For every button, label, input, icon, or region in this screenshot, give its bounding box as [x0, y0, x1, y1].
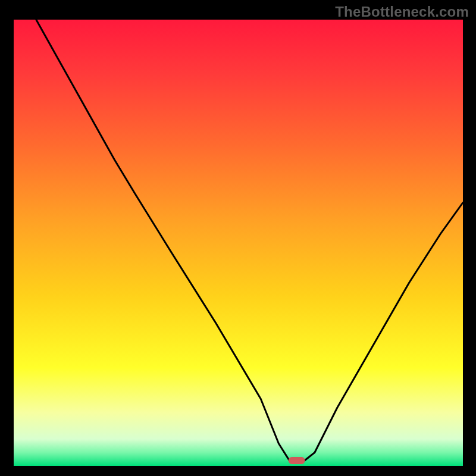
chart-frame: TheBottleneck.com [0, 0, 476, 476]
watermark-text: TheBottleneck.com [335, 4, 469, 20]
minimum-pill [289, 457, 305, 464]
plot-background [14, 20, 463, 466]
bottleneck-chart [0, 0, 476, 476]
